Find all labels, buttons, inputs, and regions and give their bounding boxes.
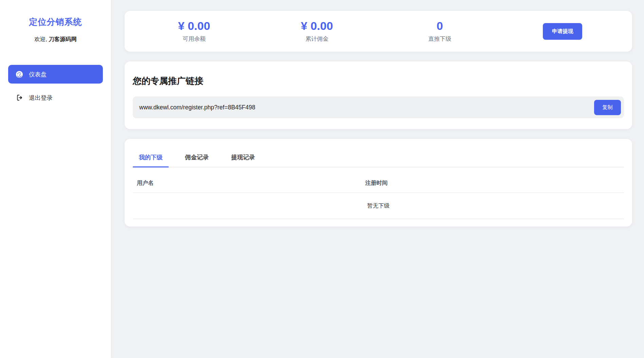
main-content: ¥ 0.00 可用余额 ¥ 0.00 累计佣金 0 直推下级 申请提现 您的专属… [111,0,644,358]
stat-label: 可用余额 [133,35,256,43]
promo-heading: 您的专属推广链接 [133,75,624,87]
stats-card: ¥ 0.00 可用余额 ¥ 0.00 累计佣金 0 直推下级 申请提现 [125,11,632,52]
stat-value: ¥ 0.00 [256,20,379,32]
stat-available-balance: ¥ 0.00 可用余额 [133,20,256,43]
sidebar-item-label: 仪表盘 [29,70,47,78]
promo-link-text[interactable]: www.dkewl.com/register.php?ref=8B45F498 [139,104,594,111]
sidebar: 定位分销系统 欢迎, 刀客源码网 [0,0,111,358]
tab-withdrawal-records[interactable]: 提现记录 [225,149,261,167]
referrals-card: 我的下级 佣金记录 提现记录 用户名 注册时间 暂无下级 [125,139,632,227]
withdraw-button[interactable]: 申请提现 [543,23,582,40]
sidebar-item-logout[interactable]: 退出登录 [8,88,103,107]
referrals-table: 用户名 注册时间 暂无下级 [133,174,624,219]
welcome-username: 刀客源码网 [49,36,77,42]
promo-link-box: www.dkewl.com/register.php?ref=8B45F498 … [133,96,624,118]
stat-direct-referrals: 0 直推下级 [379,20,501,43]
tab-my-referrals[interactable]: 我的下级 [133,149,169,167]
stat-value: 0 [379,20,501,32]
stat-label: 累计佣金 [256,35,379,43]
copy-button[interactable]: 复制 [594,100,621,115]
stat-total-commission: ¥ 0.00 累计佣金 [256,20,379,43]
table-empty-row: 暂无下级 [133,193,624,219]
sidebar-item-dashboard[interactable]: 仪表盘 [8,65,103,84]
stat-label: 直推下级 [379,35,501,43]
welcome-text: 欢迎, 刀客源码网 [0,36,111,43]
table-header-row: 用户名 注册时间 [133,174,624,193]
stat-value: ¥ 0.00 [133,20,256,32]
tabs-bar: 我的下级 佣金记录 提现记录 [133,149,624,167]
app-root: 定位分销系统 欢迎, 刀客源码网 [0,0,644,358]
logout-icon [16,94,23,102]
column-header-username: 用户名 [133,174,361,193]
sidebar-item-label: 退出登录 [29,94,53,102]
dashboard-gauge-icon [16,71,23,78]
sidebar-nav: 仪表盘 退出登录 [0,65,111,107]
promo-link-card: 您的专属推广链接 www.dkewl.com/register.php?ref=… [125,61,632,129]
tab-commission-records[interactable]: 佣金记录 [179,149,215,167]
withdraw-column: 申请提现 [501,23,624,40]
column-header-register-time: 注册时间 [361,174,624,193]
empty-state-text: 暂无下级 [133,193,624,219]
welcome-prefix: 欢迎, [34,36,47,42]
app-title: 定位分销系统 [0,16,111,28]
